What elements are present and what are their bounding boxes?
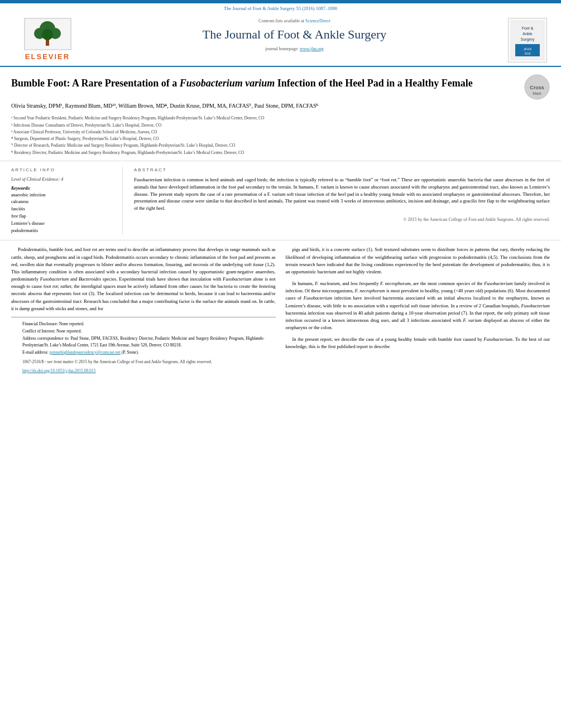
bottom-copyright: 1067-2516/$ - see front matter © 2015 by… [11,356,276,368]
keyword-6: pododermatitis [11,228,114,235]
keyword-1: anaerobic infection [11,192,114,199]
crossmark: Cross Mark [524,74,550,102]
svg-text:2016: 2016 [524,52,530,55]
title-italic: Fusobacterium varium [180,78,275,89]
contents-text: Contents lists available at [258,18,304,23]
body-col-left: Pododermatitis, bumble foot, and foot ro… [11,246,276,377]
keywords-title: Keywords: [11,185,114,191]
affiliation-4: ⁴ Surgeon, Department of Plastic Surgery… [11,136,550,142]
crossmark-icon: Cross Mark [524,74,550,100]
two-col-section: ARTICLE INFO Level of Clinical Evidence:… [0,161,561,240]
financial-disclosure: Financial Disclosure: None reported. [22,321,265,327]
journal-badge-icon: Foot & Ankle Surgery JFAS 2016 [511,21,544,60]
svg-text:Mark: Mark [533,91,541,95]
homepage-label: journal homepage: [265,46,299,51]
affiliations: ¹ Second Year Podiatric Resident, Podiat… [11,115,550,156]
keyword-2: calcaneus [11,199,114,206]
keywords-section: Keywords: anaerobic infection calcaneus … [11,185,114,234]
sciencedirect-link[interactable]: ScienceDirect [305,18,330,23]
body-para-1: Pododermatitis, bumble foot, and foot ro… [11,246,276,312]
doi-url[interactable]: http://dx.doi.org/10.1053/j.jfas.2015.08… [22,368,95,373]
authors-text: Olivia Stransky, DPM¹, Raymond Blum, MD²… [11,103,318,109]
elsevier-tree-icon [24,18,71,50]
address-text: Address correspondence to: Paul Stone, D… [22,336,265,347]
level-of-evidence: Level of Clinical Evidence: 4 [11,176,114,182]
email-suffix: (P. Stone). [122,350,139,355]
body-para-4: In the present report, we describe the c… [286,336,550,350]
keyword-5: Lemierre’s disease [11,220,114,228]
body-section: Pododermatitis, bumble foot, and foot ro… [0,240,561,383]
elsevier-brand: ELSEVIER [25,52,70,62]
homepage-url[interactable]: www.jfas.org [300,46,324,51]
journal-link-bar: The Journal of Foot & Ankle Surgery 55 (… [0,3,561,13]
keyword-3: fasciitis [11,206,114,213]
svg-text:JFAS: JFAS [524,47,531,51]
header-section: ELSEVIER Contents lists available at Sci… [0,13,561,67]
article-info-header: ARTICLE INFO [11,167,114,173]
body-para-2: pigs and birds, it is a concrete surface… [286,246,550,276]
contents-line: Contents lists available at ScienceDirec… [89,18,500,24]
affiliation-1: ¹ Second Year Podiatric Resident, Podiat… [11,115,550,121]
body-col-right: pigs and birds, it is a concrete surface… [286,246,550,377]
svg-text:Ankle: Ankle [522,32,533,36]
article-title-section: Bumble Foot: A Rare Presentation of a Fu… [0,67,561,161]
email-line: E-mail address: pstonehighlandsparesiden… [22,349,265,355]
journal-homepage: journal homepage: www.jfas.org [89,46,500,52]
abstract-text: Fusobacterium infection is common in her… [134,176,550,212]
email-link[interactable]: pstonehighlandsparesidency@comcast.net [50,350,121,355]
svg-text:Foot &: Foot & [522,26,534,30]
body-para-3: In humans, F. nucleatum, and less freque… [286,280,550,331]
footer-notes: Financial Disclosure: None reported. Con… [11,317,276,355]
svg-point-5 [42,29,53,40]
article-title: Bumble Foot: A Rare Presentation of a Fu… [11,77,519,90]
affiliation-2: ² Infectious Disease Consultants of Denv… [11,122,550,128]
authors: Olivia Stransky, DPM¹, Raymond Blum, MD²… [11,102,550,110]
header-left: ELSEVIER [11,18,84,62]
journal-badge: Foot & Ankle Surgery JFAS 2016 [508,18,547,62]
abstract-col: ABSTRACT Fusobacterium infection is comm… [134,167,550,234]
keyword-4: free flap [11,213,114,220]
svg-text:Surgery: Surgery [521,37,535,42]
address-correspondence: Address correspondence to: Paul Stone, D… [22,335,265,348]
svg-text:Cross: Cross [530,85,544,90]
journal-title: The Journal of Foot & Ankle Surgery [89,26,500,44]
abstract-header: ABSTRACT [134,167,550,173]
affiliation-6: ⁶ Residency Director, Podiatric Medicine… [11,150,550,156]
header-right: Foot & Ankle Surgery JFAS 2016 [505,18,550,62]
affiliation-5: ⁵ Director of Research, Podiatric Medici… [11,142,550,148]
title-part1: Bumble Foot: A Rare Presentation of a [11,78,180,89]
article-info-col: ARTICLE INFO Level of Clinical Evidence:… [11,167,123,234]
email-label: E-mail address: [22,350,49,355]
abstract-copyright: © 2015 by the American College of Foot a… [134,216,550,223]
journal-citation: The Journal of Foot & Ankle Surgery 55 (… [224,6,337,11]
title-part2: Infection of the Heel Pad in a Healthy F… [275,78,472,89]
affiliation-3: ³ Associate Clinical Professor, Universi… [11,129,550,135]
page: The Journal of Foot & Ankle Surgery 55 (… [0,0,561,728]
header-center: Contents lists available at ScienceDirec… [84,18,505,62]
doi-link: http://dx.doi.org/10.1053/j.jfas.2015.08… [11,368,276,378]
conflict-of-interest: Conflict of Interest: None reported. [22,328,265,334]
elsevier-logo: ELSEVIER [24,18,71,62]
